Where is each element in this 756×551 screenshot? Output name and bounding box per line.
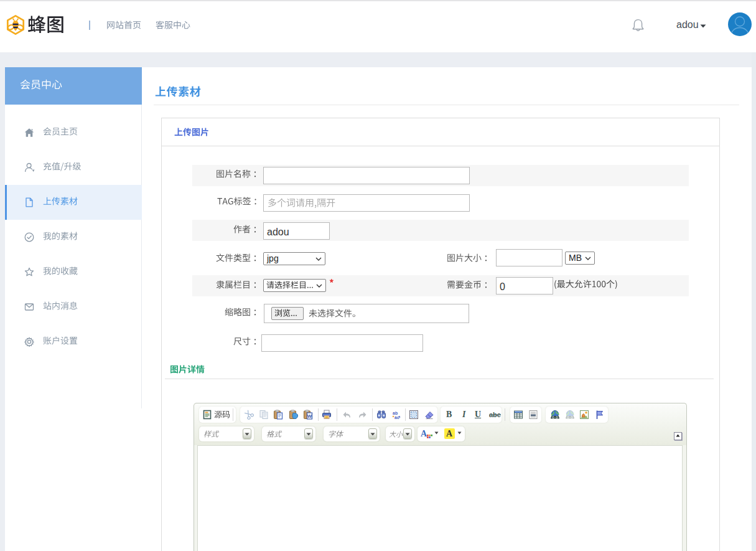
svg-text:W: W xyxy=(307,413,312,419)
svg-text:ac: ac xyxy=(394,415,399,420)
svg-text:ab: ab xyxy=(393,411,398,415)
